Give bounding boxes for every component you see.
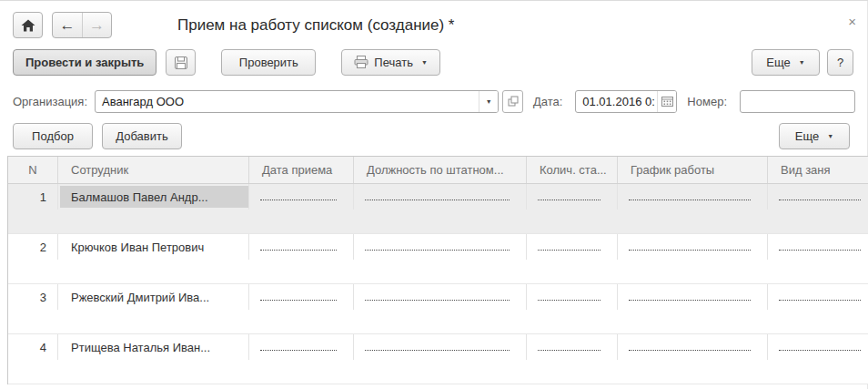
column-header-hire-date[interactable]: Дата приема	[249, 157, 354, 183]
empty-value-dots	[538, 241, 601, 251]
cell-rate[interactable]	[527, 234, 618, 260]
employee-cell[interactable]: Ртищева Наталья Иван...	[58, 334, 249, 360]
empty-value-dots	[365, 241, 510, 251]
date-value: 01.01.2016 0:	[576, 95, 657, 108]
organization-label: Организация:	[13, 95, 87, 108]
employee-name: Ртищева Наталья Иван...	[71, 336, 248, 358]
table-row[interactable]: 2Крючков Иван Петрович	[8, 234, 868, 284]
row-second-line[interactable]	[8, 210, 868, 233]
column-header-rate[interactable]: Колич. ста...	[527, 157, 618, 183]
calendar-button[interactable]	[657, 91, 676, 112]
row-number-cell[interactable]: 1	[8, 184, 58, 210]
document-header-fields: Организация: Авангард ООО ▼ Дата: 01.01.…	[0, 89, 868, 113]
pick-button[interactable]: Подбор	[13, 123, 93, 149]
empty-value-dots	[260, 241, 337, 251]
row-number-cell[interactable]: 2	[8, 234, 58, 260]
date-field[interactable]: 01.01.2016 0:	[575, 90, 677, 113]
history-nav: ← →	[52, 12, 112, 38]
cell-rate[interactable]	[527, 184, 618, 210]
row-second-line[interactable]	[8, 260, 868, 283]
print-button[interactable]: Печать ▼	[341, 49, 440, 76]
table-row[interactable]: 3Ржевский Дмитрий Ива...	[8, 284, 868, 334]
forward-arrow-icon: →	[89, 17, 105, 33]
cell-position[interactable]	[354, 184, 527, 210]
more-button[interactable]: Еще ▼	[752, 49, 820, 76]
empty-value-dots	[629, 291, 751, 301]
empty-value-dots	[260, 291, 337, 301]
cell-hire-date[interactable]	[249, 234, 354, 260]
cell-hire-date[interactable]	[249, 284, 354, 310]
employee-cell[interactable]: Балмашов Павел Андр...	[58, 184, 249, 210]
column-header-schedule[interactable]: График работы	[618, 157, 768, 183]
cell-schedule[interactable]	[618, 334, 768, 360]
organization-field[interactable]: Авангард ООО ▼	[95, 90, 499, 113]
empty-value-dots	[538, 190, 601, 200]
cell-hire-date[interactable]	[249, 184, 354, 210]
table-command-bar: Подбор Добавить Еще ▼	[0, 123, 868, 149]
window-titlebar: ← → Прием на работу списком (создание) *…	[0, 1, 868, 45]
cell-position[interactable]	[354, 334, 527, 360]
add-button[interactable]: Добавить	[102, 123, 182, 149]
row-second-line[interactable]	[8, 310, 868, 333]
calendar-icon	[661, 96, 673, 107]
chevron-down-icon: ▼	[486, 98, 492, 105]
forward-button[interactable]: →	[82, 13, 111, 37]
table-more-button[interactable]: Еще ▼	[779, 123, 850, 149]
row-second-line[interactable]	[8, 360, 868, 384]
chevron-down-icon: ▼	[827, 133, 833, 139]
date-label: Дата:	[533, 95, 562, 108]
empty-value-dots	[779, 190, 861, 200]
empty-value-dots	[365, 190, 510, 200]
empty-value-dots	[538, 341, 601, 351]
empty-value-dots	[779, 241, 861, 251]
back-arrow-icon: ←	[60, 17, 76, 33]
employee-cell[interactable]: Крючков Иван Петрович	[58, 234, 249, 260]
cell-employment-type[interactable]	[768, 334, 868, 360]
row-number-cell[interactable]: 4	[8, 334, 58, 360]
column-header-employee[interactable]: Сотрудник	[58, 157, 249, 183]
column-header-n[interactable]: N	[8, 157, 58, 183]
employee-cell[interactable]: Ржевский Дмитрий Ива...	[58, 284, 249, 310]
table-row[interactable]: 4Ртищева Наталья Иван...	[8, 334, 868, 384]
cell-schedule[interactable]	[618, 284, 768, 310]
empty-value-dots	[538, 291, 601, 301]
organization-dropdown-button[interactable]: ▼	[479, 91, 498, 112]
number-input[interactable]	[740, 90, 855, 113]
post-and-close-button[interactable]: Провести и закрыть	[13, 49, 156, 76]
empty-value-dots	[629, 341, 751, 351]
back-button[interactable]: ←	[53, 13, 82, 37]
check-button[interactable]: Проверить	[221, 49, 316, 76]
open-icon	[508, 96, 519, 107]
table-row[interactable]: 1Балмашов Павел Андр...	[8, 184, 868, 234]
column-header-position[interactable]: Должность по штатном...	[354, 157, 527, 183]
empty-value-dots	[365, 291, 510, 301]
cell-rate[interactable]	[527, 334, 618, 360]
cell-schedule[interactable]	[618, 234, 768, 260]
organization-open-button[interactable]	[502, 90, 523, 113]
cell-position[interactable]	[354, 284, 527, 310]
cell-schedule[interactable]	[618, 184, 768, 210]
cell-employment-type[interactable]	[768, 234, 868, 260]
employees-table: N Сотрудник Дата приема Должность по шта…	[7, 156, 868, 384]
employee-name: Крючков Иван Петрович	[71, 236, 248, 258]
cell-employment-type[interactable]	[768, 284, 868, 310]
organization-value: Авангард ООО	[96, 95, 479, 108]
employee-name-selected: Балмашов Павел Андр...	[60, 186, 248, 208]
home-icon	[21, 19, 35, 32]
cell-hire-date[interactable]	[249, 334, 354, 360]
help-button[interactable]: ?	[827, 49, 853, 76]
close-icon[interactable]: ×	[848, 14, 856, 29]
main-toolbar: Провести и закрыть Проверить Печать ▼ Ещ…	[0, 49, 868, 76]
cell-position[interactable]	[354, 234, 527, 260]
chevron-down-icon: ▼	[421, 59, 428, 66]
cell-employment-type[interactable]	[768, 184, 868, 210]
save-button[interactable]	[166, 49, 196, 76]
table-header-row: N Сотрудник Дата приема Должность по шта…	[8, 157, 868, 184]
cell-rate[interactable]	[527, 284, 618, 310]
empty-value-dots	[629, 190, 751, 200]
column-header-employment-type[interactable]: Вид заня	[768, 157, 868, 183]
row-number-cell[interactable]: 3	[8, 284, 58, 310]
employees-table-body: 1Балмашов Павел Андр...2Крючков Иван Пет…	[8, 184, 868, 384]
save-icon	[174, 56, 188, 70]
home-button[interactable]	[13, 12, 43, 38]
